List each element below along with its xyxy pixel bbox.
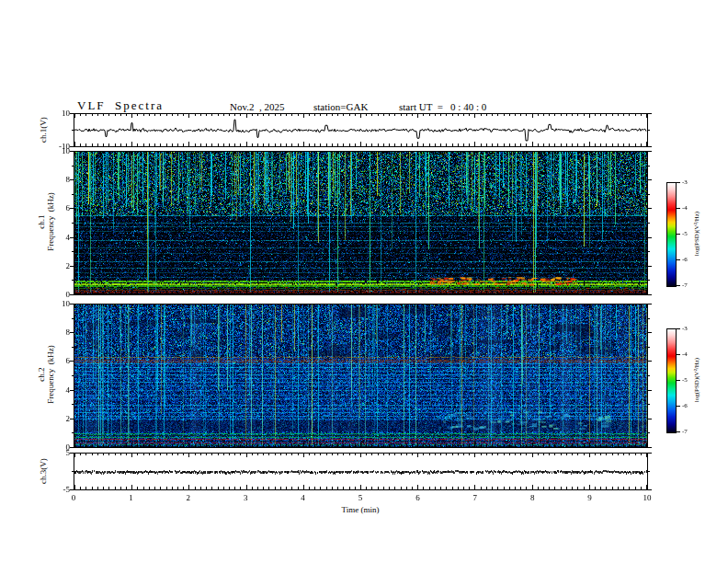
ytick-mark — [70, 294, 74, 295]
colorbar-tick-mark — [677, 380, 680, 381]
ytick-minor-mark — [72, 130, 74, 131]
ytick-mark — [70, 266, 74, 267]
colorbar-1-label: log(PSD)(V²/Hz) — [693, 191, 702, 276]
ytick-minor-mark — [648, 375, 650, 376]
colorbar-tick-label: -7 — [682, 428, 688, 435]
time-axis-label: Time (min) — [314, 505, 406, 514]
ytick-minor-mark — [648, 404, 650, 405]
ytick-mark — [648, 179, 652, 180]
header-start-ut: start UT = 0 : 40 : 0 — [399, 101, 486, 112]
xtick-label: 8 — [523, 493, 541, 502]
ytick-label: 4 — [48, 385, 70, 395]
ytick-mark — [648, 294, 652, 295]
colorbar-tick-mark — [677, 354, 680, 355]
xtick-label: 6 — [408, 493, 427, 502]
ytick-mark — [648, 304, 652, 304]
ytick-mark — [70, 390, 74, 391]
xtick-label: 4 — [294, 493, 313, 502]
xtick-label: 2 — [179, 493, 198, 502]
figure-title: VLF Spectra — [77, 98, 164, 113]
ytick-minor-mark — [72, 166, 74, 167]
ytick-minor-mark — [648, 471, 650, 472]
ytick-mark — [648, 151, 652, 152]
ytick-minor-mark — [72, 318, 74, 319]
ytick-label: 6 — [48, 356, 70, 365]
ytick-mark — [70, 151, 74, 152]
xtick-label: 9 — [581, 493, 599, 502]
ytick-mark — [648, 447, 652, 448]
ytick-mark — [648, 208, 652, 209]
ytick-mark — [70, 146, 74, 147]
ytick-minor-mark — [72, 347, 74, 348]
xtick-label: 5 — [351, 493, 370, 502]
ytick-minor-mark — [648, 318, 650, 319]
colorbar-2 — [666, 328, 677, 433]
ytick-minor-mark — [72, 375, 74, 376]
ytick-minor-mark — [648, 130, 650, 131]
ytick-mark — [70, 179, 74, 180]
ytick-minor-mark — [648, 223, 650, 224]
ch1-waveform-canvas — [74, 113, 648, 147]
spec2-ylabel-line2: Frequency (kHz) — [46, 345, 55, 403]
ytick-mark — [70, 419, 74, 419]
spec2-ylabel-line1: ch.2 — [37, 367, 46, 381]
ytick-label: 0 — [48, 290, 70, 299]
colorbar-tick-label: -5 — [682, 230, 688, 237]
ytick-mark — [648, 237, 652, 238]
colorbar-2-label: log(PSD)(V²/Hz) — [693, 338, 702, 422]
xtick-label: 7 — [466, 493, 484, 502]
ch2-spectrogram-canvas — [74, 304, 648, 448]
ytick-minor-mark — [72, 471, 74, 472]
ytick-label: 10 — [48, 146, 70, 155]
spec1-ylabel-line1: ch.1 — [37, 214, 46, 228]
ytick-minor-mark — [648, 194, 650, 195]
ytick-mark — [648, 361, 652, 362]
ch1-spectrogram-canvas — [74, 151, 648, 295]
ytick-mark — [648, 332, 652, 333]
ytick-mark — [648, 453, 652, 454]
ytick-mark — [648, 419, 652, 419]
ytick-minor-mark — [648, 347, 650, 348]
ytick-mark — [70, 237, 74, 238]
ytick-mark — [70, 208, 74, 209]
ytick-mark — [70, 113, 74, 114]
ytick-label: 10 — [48, 109, 70, 118]
colorbar-tick-label: -3 — [682, 325, 688, 332]
ytick-minor-mark — [648, 166, 650, 167]
ytick-label: 8 — [48, 327, 70, 337]
xtick-label: 3 — [236, 493, 255, 502]
vlf-spectra-figure: VLF Spectra Nov.2 , 2025 station=GAK sta… — [0, 0, 728, 563]
ytick-label: 5 — [48, 448, 70, 457]
colorbar-tick-label: -6 — [682, 402, 688, 409]
colorbar-tick-mark — [677, 285, 680, 286]
ytick-mark — [70, 453, 74, 454]
ytick-mark — [70, 447, 74, 448]
ytick-minor-mark — [648, 432, 650, 433]
colorbar-tick-label: -4 — [682, 204, 688, 212]
ytick-mark — [648, 266, 652, 267]
ytick-minor-mark — [72, 251, 74, 252]
colorbar-tick-label: -3 — [682, 178, 688, 186]
xtick-label: 10 — [638, 493, 656, 502]
ytick-label: 10 — [48, 299, 70, 308]
ytick-label: 2 — [48, 261, 70, 270]
ytick-mark — [70, 361, 74, 362]
ch1-wave-ylabel: ch.1(V) — [39, 93, 48, 167]
ytick-minor-mark — [648, 280, 650, 281]
ch3-waveform-canvas — [74, 453, 648, 490]
colorbar-tick-mark — [677, 259, 680, 260]
colorbar-1 — [666, 182, 677, 287]
colorbar-tick-label: -4 — [682, 350, 688, 358]
ytick-minor-mark — [72, 223, 74, 224]
colorbar-tick-mark — [677, 431, 680, 432]
spec1-ylabel-line2: Frequency (kHz) — [46, 192, 55, 250]
ytick-mark — [70, 332, 74, 333]
xtick-label: 0 — [64, 493, 83, 502]
ytick-mark — [70, 489, 74, 490]
ytick-minor-mark — [72, 194, 74, 195]
ytick-minor-mark — [72, 404, 74, 405]
ytick-mark — [648, 146, 652, 147]
header-date: Nov.2 , 2025 — [230, 101, 284, 112]
ytick-mark — [648, 489, 652, 490]
ytick-minor-mark — [72, 280, 74, 281]
